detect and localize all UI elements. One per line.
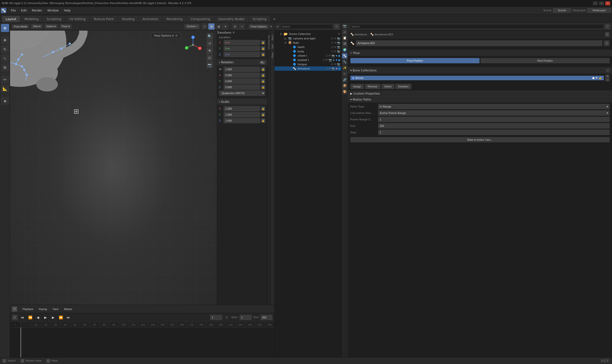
rotation-w-lock[interactable]: 🔒 xyxy=(261,67,265,71)
outliner-item-cheek[interactable]: ▶ 🔷 cheek l ☑ 👁 📷 ★ ◆ xyxy=(275,53,341,58)
annotate-tool[interactable]: ✏ xyxy=(1,76,9,84)
show-overlays[interactable]: ⊘ xyxy=(232,23,238,30)
menu-render[interactable]: Render xyxy=(29,8,44,13)
view-tab[interactable]: View xyxy=(271,51,274,60)
viewport-select-menu[interactable]: Select ▾ xyxy=(44,24,58,29)
outliner-item-armature[interactable]: ▶ 🦴 Armature ☑ 👁 📷 ★ ◈ xyxy=(275,66,341,71)
menu-file[interactable]: File xyxy=(9,8,18,13)
location-y-input[interactable] xyxy=(224,46,260,51)
eyeball-check-icon[interactable]: ☑ xyxy=(323,59,325,62)
step-input[interactable] xyxy=(378,130,610,135)
rotation-w-input[interactable] xyxy=(224,67,260,72)
bake-active-cam-btn[interactable]: Bake to Active Cam... xyxy=(350,137,610,142)
cursor-tool[interactable]: ⊕ xyxy=(1,24,9,32)
cheek-check-icon[interactable]: ☑ xyxy=(325,54,328,57)
jump-forward-btn[interactable]: ▶ xyxy=(50,314,56,320)
particles-props-icon[interactable]: ✨ xyxy=(342,65,347,70)
rotation-x-lock[interactable]: 🔒 xyxy=(261,73,265,77)
maximize-button[interactable]: □ xyxy=(599,1,604,5)
armature-name-input[interactable] xyxy=(356,40,603,46)
tab-shading[interactable]: Shading xyxy=(118,16,139,22)
move-tool[interactable]: ✥ xyxy=(1,36,9,44)
location-x-lock[interactable]: 🔒 xyxy=(261,40,265,45)
location-z-input[interactable] xyxy=(224,52,260,57)
step-back-btn[interactable]: ⏪ xyxy=(27,314,33,320)
rotation-z-input[interactable] xyxy=(224,85,260,90)
outliner-item-eyeball[interactable]: ▶ 🔷 eyeball l ☑ 👁 📷 ★ ★ ◆ xyxy=(275,58,341,62)
menu-help[interactable]: Help xyxy=(61,8,73,13)
scale-y-input[interactable] xyxy=(224,112,260,117)
filter-icon[interactable]: ▽ xyxy=(334,24,339,29)
tab-compositing[interactable]: Compositing xyxy=(187,16,214,22)
rotate-tool[interactable]: ↻ xyxy=(1,45,9,53)
body-render-icon[interactable]: 📷 xyxy=(337,50,340,53)
tab-layout[interactable]: Layout xyxy=(2,16,20,22)
frame-range-s-input[interactable] xyxy=(378,117,610,122)
modifier-props-icon[interactable]: 🔧 xyxy=(342,59,347,65)
end-frame-input[interactable] xyxy=(260,315,272,320)
tab-uv-editing[interactable]: UV Editing xyxy=(66,16,89,22)
breadcrumb-armature003[interactable]: Armature.003 xyxy=(375,33,393,36)
rendered-shading[interactable]: ☀ xyxy=(222,23,228,30)
tab-animation[interactable]: Animation xyxy=(139,16,162,22)
menu-edit[interactable]: Edit xyxy=(19,8,29,13)
tab-scripting[interactable]: Scripting xyxy=(249,16,270,22)
scene-collection-item[interactable]: ▼ 📂 Scene Collection 👁 xyxy=(275,32,341,36)
current-frame-input[interactable] xyxy=(210,315,222,320)
jump-back-btn[interactable]: ◀ xyxy=(35,314,41,320)
close-transform-panel[interactable]: ✕ xyxy=(269,25,272,28)
rest-position-btn[interactable]: Rest Position xyxy=(480,58,610,63)
teeth-render-icon[interactable]: 📷 xyxy=(337,46,340,49)
viewport-pose-menu[interactable]: Pose ▾ xyxy=(60,24,72,29)
select-btn[interactable]: Select xyxy=(381,84,395,89)
outliner-search[interactable] xyxy=(280,24,333,29)
rubi-check-icon[interactable]: ☑ xyxy=(331,41,334,44)
eyeball-eye-icon[interactable]: 👁 xyxy=(325,59,328,62)
rotation-x-input[interactable] xyxy=(224,73,260,78)
scale-x-lock[interactable]: 🔒 xyxy=(261,106,265,111)
body-eye-icon[interactable]: 👁 xyxy=(334,50,336,53)
object-props-icon[interactable]: 📦 xyxy=(342,83,347,88)
armature-eye-icon[interactable]: 👁 xyxy=(328,67,331,70)
tongue-render-icon[interactable]: 📷 xyxy=(337,63,340,66)
calc-range-dropdown[interactable]: Scene Frame Range ▾ xyxy=(378,110,610,116)
eyeball-render-icon[interactable]: 📷 xyxy=(329,59,332,62)
end-mp-input[interactable] xyxy=(378,123,610,129)
rotation-y-input[interactable] xyxy=(224,78,260,84)
remove-btn[interactable]: Remove xyxy=(365,84,380,89)
bones-dot2-icon[interactable]: ● xyxy=(592,77,595,79)
material-props-icon[interactable]: 🎨 xyxy=(342,89,347,94)
custom-properties-title[interactable]: ▶ Custom Properties xyxy=(348,91,612,96)
camera-render-icon[interactable]: 📷 xyxy=(337,37,340,40)
play-btn[interactable]: ▶ xyxy=(42,314,48,320)
rotation-z-lock[interactable]: 🔒 xyxy=(261,85,265,89)
playhead[interactable] xyxy=(21,327,21,357)
step-forward-btn[interactable]: ⏩ xyxy=(58,314,64,320)
body-check-icon[interactable]: ☑ xyxy=(331,50,334,53)
minimize-button[interactable]: ─ xyxy=(593,1,598,5)
view-move-btn[interactable]: ✥ xyxy=(206,47,213,54)
breadcrumb-armature[interactable]: Armature xyxy=(355,33,367,36)
global-selector[interactable]: Global ▾ xyxy=(185,24,199,29)
add-workspace-button[interactable]: + xyxy=(271,16,278,22)
pose-options-btn[interactable]: Pose Options xyxy=(249,24,268,29)
jump-end-btn[interactable]: ⏭ xyxy=(66,314,71,320)
armature-fake-user-icon[interactable]: ☰ xyxy=(604,40,610,46)
extra-tool[interactable]: ◈ xyxy=(1,97,9,105)
view-menu[interactable]: View xyxy=(51,307,60,311)
scale-z-input[interactable] xyxy=(224,118,260,123)
location-y-lock[interactable]: 🔒 xyxy=(261,46,265,51)
viewlayer-selector[interactable]: ViewLayer xyxy=(587,8,611,13)
assign-btn[interactable]: Assign xyxy=(350,84,364,89)
teeth-check-icon[interactable]: ☑ xyxy=(331,46,334,49)
deselect-btn[interactable]: Deselect xyxy=(395,84,411,89)
outliner-item-body[interactable]: ▶ 🔷 body ☑ 👁 📷 xyxy=(275,49,341,53)
object-data-props-icon[interactable]: 🦴 xyxy=(342,53,347,59)
pose-options-close[interactable]: ✕ xyxy=(175,34,178,38)
viewport-canvas[interactable]: User Perspective (1) Armature : front.up… xyxy=(10,31,217,305)
output-props-icon[interactable]: 🖨 xyxy=(342,29,347,35)
paths-type-dropdown[interactable]: In Range ▾ xyxy=(378,104,610,109)
teeth-eye-icon[interactable]: 👁 xyxy=(334,46,336,49)
view-persp-btn[interactable]: ⊡ xyxy=(206,54,213,61)
tongue-check-icon[interactable]: ☑ xyxy=(331,63,334,66)
